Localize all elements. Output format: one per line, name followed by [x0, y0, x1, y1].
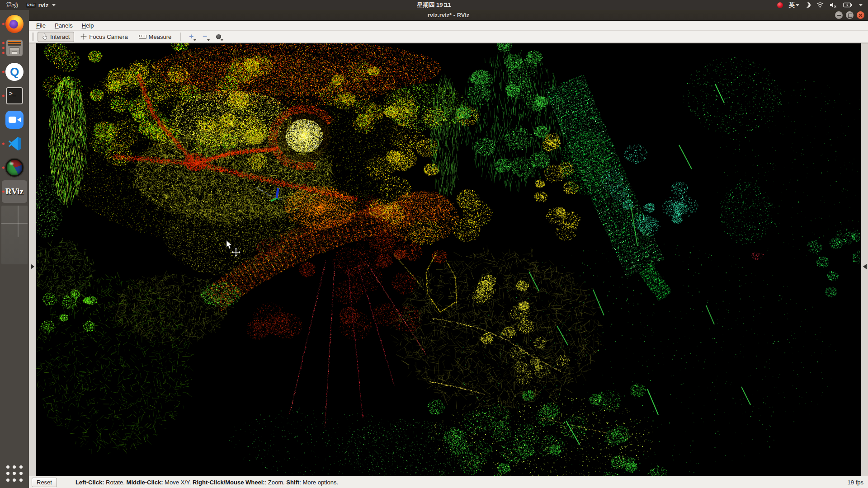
firefox-icon	[5, 15, 24, 33]
minimize-button[interactable]	[835, 11, 843, 19]
pointcloud-canvas[interactable]	[36, 43, 860, 476]
tf-axes-marker	[270, 187, 287, 203]
recording-indicator-icon[interactable]	[777, 2, 783, 8]
window-title: rviz.rviz* - RViz	[428, 12, 470, 19]
toolbar-separator	[180, 33, 181, 41]
ruler-icon	[139, 35, 146, 39]
close-button[interactable]	[857, 11, 864, 19]
running-indicator-dot	[2, 167, 5, 169]
running-indicator-dot	[2, 95, 5, 97]
running-indicator-dot	[2, 23, 5, 25]
dock-item-firefox[interactable]	[2, 13, 27, 35]
chevron-down-icon	[52, 4, 56, 6]
3d-viewport	[29, 43, 868, 476]
terminal-icon: >_	[6, 87, 23, 104]
clock[interactable]: 星期四 19∶11	[0, 1, 868, 9]
maximize-button[interactable]	[846, 11, 854, 19]
rviz-window: rviz.rviz* - RViz File Panels Help Inter…	[29, 10, 868, 488]
running-indicator-dot	[2, 191, 5, 193]
chevron-down-icon	[796, 4, 799, 6]
window-preview-thumbnail[interactable]	[1, 206, 28, 264]
rviz-app-icon: RViz	[26, 3, 36, 8]
dock-item-q-app[interactable]: Q	[2, 61, 27, 83]
lens-app-icon	[5, 159, 24, 177]
desktop: 活动 RViz rviz 星期四 19∶11 英	[0, 0, 868, 488]
remove-tool-button[interactable]: −	[199, 32, 211, 42]
app-menu-label: rviz	[38, 2, 48, 9]
displays-panel-collapsed[interactable]	[29, 43, 36, 476]
night-light-icon[interactable]	[805, 2, 811, 9]
gnome-top-bar: 活动 RViz rviz 星期四 19∶11 英	[0, 0, 868, 10]
dropdown-corner-icon	[221, 39, 223, 41]
input-method-indicator[interactable]: 英	[789, 1, 799, 9]
dock-item-vscode[interactable]	[2, 132, 27, 155]
measure-tool-button[interactable]: Measure	[134, 32, 176, 42]
minus-icon: −	[203, 32, 207, 41]
app-menu-button[interactable]: RViz rviz	[26, 2, 56, 9]
fps-counter: 19 fps	[848, 479, 863, 486]
tool-options-icon	[216, 34, 221, 39]
measure-tool-label: Measure	[149, 33, 172, 40]
interact-tool-button[interactable]: Interact	[38, 32, 74, 42]
dock: Q >_ RViz	[0, 10, 29, 488]
wifi-icon[interactable]	[816, 2, 824, 8]
rviz-dock-icon: RViz	[5, 187, 24, 197]
files-icon	[6, 39, 23, 56]
toolbar: Interact Focus Camera Measure +	[29, 31, 868, 43]
expand-panel-icon[interactable]	[863, 264, 867, 269]
q-app-icon: Q	[5, 63, 24, 81]
dock-item-zoom[interactable]	[2, 108, 27, 131]
statusbar: Reset Left-Click: Rotate. Middle-Click: …	[29, 476, 868, 488]
menu-panels[interactable]: Panels	[51, 21, 76, 30]
running-indicator-dot	[2, 47, 5, 49]
menu-file[interactable]: File	[33, 21, 49, 30]
interact-tool-label: Interact	[50, 33, 70, 40]
focus-camera-tool-label: Focus Camera	[89, 33, 127, 40]
render-area[interactable]	[36, 43, 861, 476]
dock-item-lens-app[interactable]	[2, 156, 27, 179]
dock-item-terminal[interactable]: >_	[2, 84, 27, 107]
menubar: File Panels Help	[29, 21, 868, 31]
tool-properties-button[interactable]	[212, 32, 224, 42]
toolbar-drag-handle[interactable]	[32, 33, 34, 41]
dropdown-corner-icon	[193, 39, 196, 41]
move-cursor-icon	[231, 248, 241, 257]
dock-item-rviz[interactable]: RViz	[2, 180, 27, 203]
input-method-label: 英	[789, 1, 795, 9]
window-titlebar[interactable]: rviz.rviz* - RViz	[29, 10, 868, 21]
expand-panel-icon[interactable]	[31, 264, 34, 269]
running-indicator-dot	[2, 143, 5, 145]
focus-camera-icon	[80, 33, 87, 40]
vscode-icon	[6, 135, 23, 152]
running-indicator-dot	[2, 52, 5, 54]
show-applications-button[interactable]	[5, 464, 24, 483]
system-menu-chevron-icon[interactable]	[859, 4, 863, 6]
dropdown-corner-icon	[207, 39, 210, 41]
plus-icon: +	[189, 32, 193, 41]
battery-charging-icon[interactable]	[843, 2, 852, 8]
menu-help[interactable]: Help	[78, 21, 98, 30]
add-tool-button[interactable]: +	[185, 32, 197, 42]
running-indicator-dot	[2, 42, 5, 44]
volume-muted-icon[interactable]	[830, 2, 837, 8]
hand-cursor-icon	[42, 33, 48, 40]
zoom-icon	[5, 111, 24, 129]
dock-item-files[interactable]	[2, 37, 27, 59]
activities-button[interactable]: 活动	[6, 1, 18, 9]
views-panel-collapsed[interactable]	[861, 43, 868, 476]
focus-camera-tool-button[interactable]: Focus Camera	[76, 32, 132, 42]
running-indicator-dot	[2, 71, 5, 73]
reset-button[interactable]: Reset	[32, 478, 57, 487]
